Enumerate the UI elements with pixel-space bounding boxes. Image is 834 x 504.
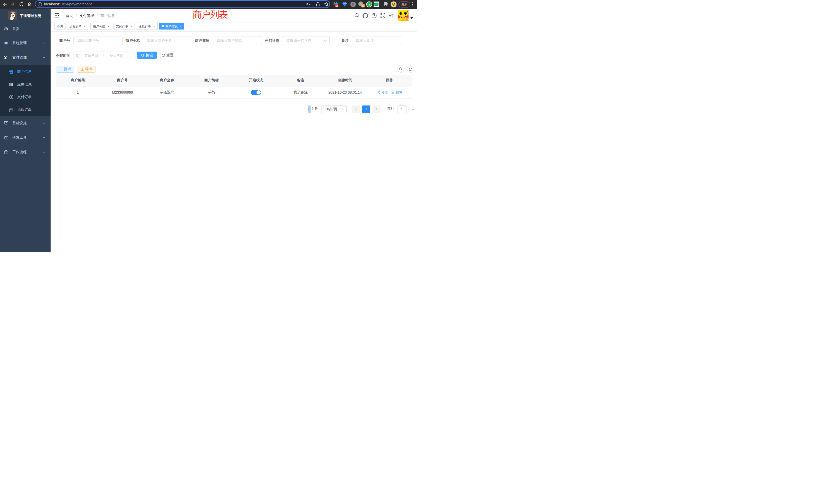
- svg-text:y: y: [369, 3, 370, 6]
- svg-text:1: 1: [362, 4, 364, 7]
- svg-text:10: 10: [336, 5, 338, 7]
